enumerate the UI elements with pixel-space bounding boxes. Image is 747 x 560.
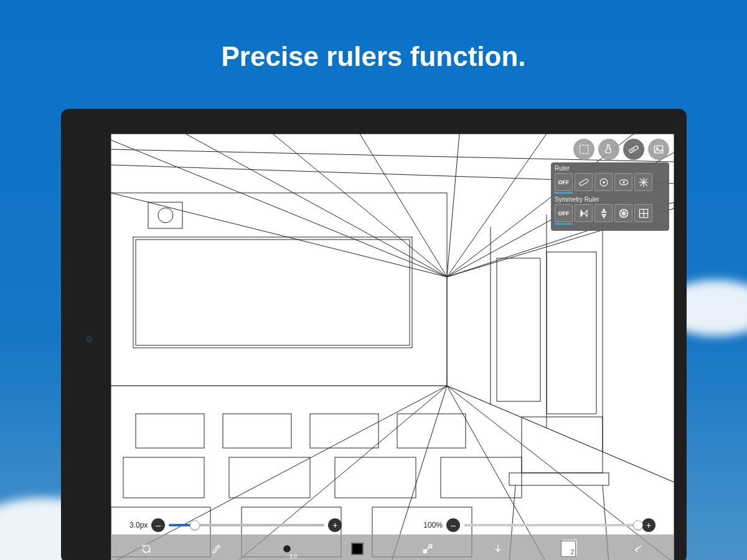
import-tool[interactable] [463,534,533,560]
svg-line-44 [634,149,634,149]
circle-ruler-icon[interactable] [594,173,613,191]
symmetry-off-button[interactable]: OFF [555,204,573,222]
color-swatch[interactable] [322,534,392,560]
svg-rect-40 [580,145,588,153]
back-button[interactable] [604,534,674,560]
gradient-tool[interactable] [393,534,463,560]
selection-icon[interactable] [573,139,594,160]
sliders-row: 3.0px – + 100% – + [129,518,655,532]
touch-icon[interactable] [598,139,619,160]
symmetry-section: Symmetry Ruler OFF [555,196,665,225]
cross-symmetry-icon[interactable] [594,204,613,222]
svg-point-51 [622,181,624,183]
tablet-frame: Ruler OFF Symmetry Ruler OFF [61,109,687,560]
ruler-popover: Ruler OFF Symmetry Ruler OFF [551,162,669,231]
app-screen: Ruler OFF Symmetry Ruler OFF [111,134,674,560]
bottom-toolbar: 3.0 2 [111,534,674,560]
opacity-track[interactable] [464,524,638,526]
brush-preview[interactable]: 3.0 [251,534,322,560]
svg-rect-18 [497,258,540,401]
opacity-plus[interactable]: + [642,518,655,532]
svg-rect-41 [629,146,638,153]
straight-ruler-icon[interactable] [575,173,593,191]
radial-ruler-icon[interactable] [634,173,652,191]
rotate-tool[interactable] [111,534,181,560]
brush-size-plus[interactable]: + [328,518,342,532]
symmetry-active-underline [555,223,573,225]
svg-rect-47 [579,179,588,186]
opacity-slider: 100% – + [423,518,655,532]
ruler-icon[interactable] [623,139,644,160]
brush-tool[interactable] [181,534,251,560]
svg-rect-19 [547,252,596,414]
svg-rect-65 [423,550,426,553]
ruler-section: Ruler OFF [555,165,665,194]
ruler-off-button[interactable]: OFF [555,173,573,191]
opacity-label: 100% [423,521,443,530]
brush-size-minus[interactable]: – [151,518,165,532]
tablet-camera [86,336,92,342]
svg-point-64 [283,545,291,553]
top-tools-row [573,139,669,160]
svg-point-14 [158,208,173,223]
image-icon[interactable] [648,139,669,160]
opacity-minus[interactable]: – [446,518,460,532]
layers-count: 2 [561,541,576,557]
kaleidoscope-icon[interactable] [614,204,632,222]
hero-title: Precise rulers function. [0,41,747,72]
ruler-active-underline [555,192,573,194]
svg-point-49 [603,181,604,183]
brush-size-badge: 3.0 [289,553,298,559]
svg-line-42 [631,150,632,151]
symmetry-section-label: Symmetry Ruler [555,196,665,203]
ruler-section-label: Ruler [555,165,665,172]
brush-size-label: 3.0px [129,521,148,530]
svg-rect-45 [654,146,662,153]
brush-size-slider: 3.0px – + [129,518,342,532]
svg-line-43 [632,149,633,150]
vertical-symmetry-icon[interactable] [575,204,593,222]
layers-tool[interactable]: 2 [533,534,604,560]
grid-symmetry-icon[interactable] [634,204,652,222]
ellipse-ruler-icon[interactable] [614,173,632,191]
brush-size-track[interactable] [169,524,324,526]
